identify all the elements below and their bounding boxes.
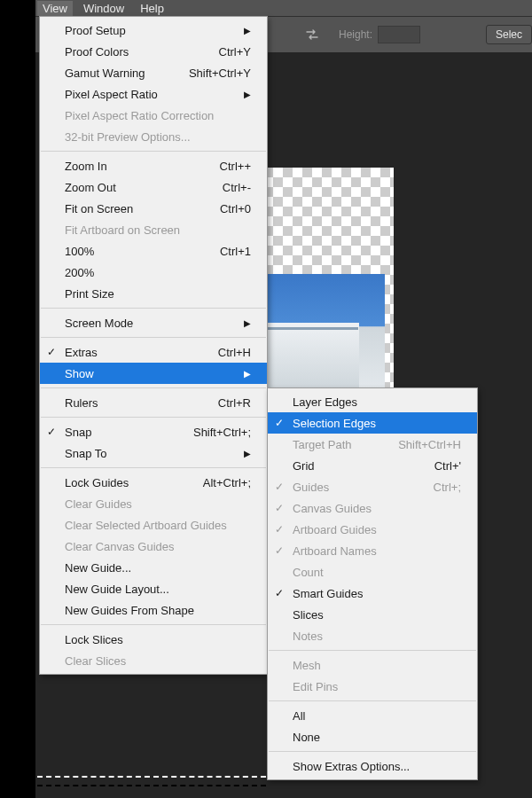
- menu-item-label: Lock Slices: [65, 633, 123, 646]
- menu-item-label: Show Extras Options...: [293, 760, 410, 773]
- menu-shortcut: Shift+Ctrl+;: [176, 426, 251, 439]
- menu-item-label: Target Path: [293, 438, 352, 451]
- menu-item-label: Snap To: [65, 447, 106, 460]
- view-menu-item-zoom-out[interactable]: Zoom OutCtrl+-: [40, 176, 267, 198]
- menubar-window[interactable]: Window: [83, 2, 124, 15]
- view-menu-item-pixel-aspect-ratio-correction: Pixel Aspect Ratio Correction: [40, 105, 267, 126]
- show-menu-item-grid[interactable]: GridCtrl+': [268, 455, 477, 476]
- view-menu-item-fit-on-screen[interactable]: Fit on ScreenCtrl+0: [40, 198, 267, 219]
- view-menu-item-clear-selected-artboard-guides: Clear Selected Artboard Guides: [40, 514, 267, 536]
- view-menu-item-lock-guides[interactable]: Lock GuidesAlt+Ctrl+;: [40, 472, 267, 493]
- menu-shortcut: Ctrl++: [202, 160, 251, 173]
- submenu-arrow-icon: ▶: [226, 90, 251, 99]
- show-menu-item-selection-edges[interactable]: ✓Selection Edges: [268, 412, 477, 434]
- show-menu-item-all[interactable]: All: [268, 705, 477, 726]
- view-menu-item-32-bit-preview-options: 32-bit Preview Options...: [40, 126, 267, 147]
- menu-item-label: Gamut Warning: [65, 66, 145, 80]
- show-menu-item-count: Count: [268, 561, 477, 583]
- view-menu-item-new-guide-layout[interactable]: New Guide Layout...: [40, 578, 267, 599]
- menu-item-label: Zoom In: [65, 160, 107, 173]
- show-menu-item-mesh: Mesh: [268, 654, 477, 676]
- view-menu-item-separator: [41, 151, 266, 152]
- checkmark-icon: ✓: [275, 481, 284, 493]
- view-menu-item-proof-colors[interactable]: Proof ColorsCtrl+Y: [40, 41, 267, 62]
- view-menu-item-pixel-aspect-ratio[interactable]: Pixel Aspect Ratio▶: [40, 83, 267, 105]
- menu-item-label: Pixel Aspect Ratio Correction: [65, 109, 214, 122]
- menu-item-label: Proof Setup: [65, 24, 126, 37]
- view-menu-item-new-guide[interactable]: New Guide...: [40, 557, 267, 578]
- menu-item-label: Snap: [65, 426, 91, 439]
- selection-marquee: [37, 776, 266, 786]
- show-menu-item-layer-edges[interactable]: Layer Edges: [268, 391, 477, 412]
- view-menu-item-separator: [41, 417, 266, 418]
- menubar: View Window Help: [35, 0, 532, 16]
- show-menu-item-show-extras-options[interactable]: Show Extras Options...: [268, 755, 477, 777]
- app-root: View Window Help Height: Selec Proof Set…: [0, 0, 532, 798]
- menu-shortcut: Ctrl+': [417, 459, 461, 473]
- submenu-arrow-icon: ▶: [226, 369, 251, 379]
- view-menu-item-show[interactable]: Show▶: [40, 363, 267, 384]
- checkmark-icon: ✓: [47, 426, 56, 438]
- menu-item-label: New Guide...: [65, 561, 131, 575]
- view-menu-item-screen-mode[interactable]: Screen Mode▶: [40, 312, 267, 333]
- menu-item-label: Artboard Names: [293, 544, 377, 558]
- view-menu-item-snap[interactable]: ✓SnapShift+Ctrl+;: [40, 421, 267, 442]
- view-menu-item-fit-artboard-on-screen: Fit Artboard on Screen: [40, 219, 267, 240]
- menu-item-label: None: [293, 731, 320, 744]
- menu-item-label: Zoom Out: [65, 181, 116, 194]
- submenu-arrow-icon: ▶: [226, 318, 251, 328]
- menu-shortcut: Ctrl+-: [205, 181, 251, 194]
- menu-item-label: Artboard Guides: [293, 523, 377, 536]
- view-menu-item-snap-to[interactable]: Snap To▶: [40, 442, 267, 464]
- view-menu-item-lock-slices[interactable]: Lock Slices: [40, 629, 267, 650]
- show-menu-item-smart-guides[interactable]: ✓Smart Guides: [268, 583, 477, 604]
- show-menu-item-none[interactable]: None: [268, 726, 477, 747]
- menu-item-label: All: [293, 709, 305, 723]
- menu-shortcut: Ctrl+R: [200, 396, 251, 410]
- view-menu-item-extras[interactable]: ✓ExtrasCtrl+H: [40, 341, 267, 363]
- menu-item-label: Fit Artboard on Screen: [65, 223, 180, 237]
- height-input[interactable]: [378, 26, 420, 43]
- show-menu-item-edit-pins: Edit Pins: [268, 676, 477, 697]
- menu-item-label: Slices: [293, 608, 324, 622]
- view-menu-item-new-guides-from-shape[interactable]: New Guides From Shape: [40, 599, 267, 621]
- menu-item-label: Extras: [65, 346, 98, 359]
- menu-shortcut: Ctrl+H: [200, 346, 251, 359]
- menubar-view[interactable]: View: [37, 1, 73, 16]
- submenu-arrow-icon: ▶: [226, 26, 251, 35]
- view-menu-item-clear-canvas-guides: Clear Canvas Guides: [40, 536, 267, 557]
- menu-shortcut: Ctrl+;: [416, 481, 461, 494]
- menu-item-label: Canvas Guides: [293, 502, 372, 515]
- menu-item-label: New Guide Layout...: [65, 583, 169, 596]
- menu-item-label: Selection Edges: [293, 417, 376, 430]
- checkmark-icon: ✓: [275, 417, 284, 429]
- show-menu-item-slices[interactable]: Slices: [268, 604, 477, 625]
- menu-item-label: Smart Guides: [293, 587, 363, 600]
- view-menu-item-proof-setup[interactable]: Proof Setup▶: [40, 20, 267, 41]
- view-menu-item-zoom-in[interactable]: Zoom InCtrl++: [40, 155, 267, 176]
- menu-item-label: Mesh: [293, 659, 321, 672]
- swap-dimensions-icon[interactable]: [301, 24, 323, 45]
- menu-shortcut: Ctrl+1: [202, 245, 251, 258]
- view-menu-item-separator: [41, 337, 266, 338]
- show-menu-item-separator: [269, 700, 476, 701]
- menu-item-label: Pixel Aspect Ratio: [65, 88, 158, 101]
- menu-item-label: 100%: [65, 245, 94, 258]
- menu-item-label: New Guides From Shape: [65, 604, 194, 617]
- menubar-help[interactable]: Help: [140, 2, 164, 15]
- checkmark-icon: ✓: [275, 544, 284, 557]
- show-menu-item-target-path: Target PathShift+Ctrl+H: [268, 434, 477, 455]
- show-menu-item-canvas-guides: ✓Canvas Guides: [268, 497, 477, 519]
- view-menu-item-separator: [41, 467, 266, 468]
- view-menu-item-gamut-warning[interactable]: Gamut WarningShift+Ctrl+Y: [40, 62, 267, 83]
- select-button[interactable]: Selec: [486, 25, 532, 44]
- menu-item-label: Clear Canvas Guides: [65, 540, 175, 553]
- view-menu-item-200[interactable]: 200%: [40, 262, 267, 283]
- view-menu-item-print-size[interactable]: Print Size: [40, 283, 267, 304]
- view-menu-item-rulers[interactable]: RulersCtrl+R: [40, 392, 267, 413]
- menu-item-label: Rulers: [65, 396, 98, 410]
- menu-item-label: Print Size: [65, 287, 114, 301]
- menu-shortcut: Shift+Ctrl+H: [380, 438, 461, 451]
- show-menu-item-guides: ✓GuidesCtrl+;: [268, 476, 477, 497]
- view-menu-item-100[interactable]: 100%Ctrl+1: [40, 240, 267, 262]
